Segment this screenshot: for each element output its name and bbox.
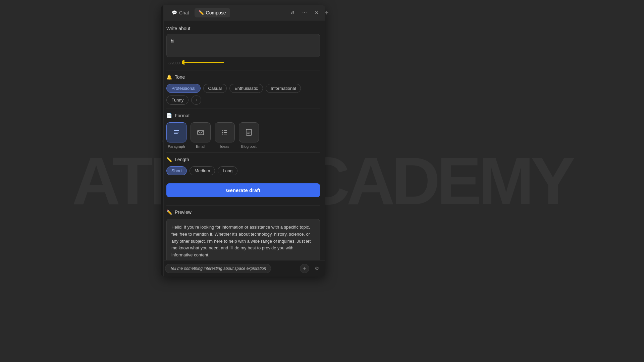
svg-rect-13 [247,131,251,131]
svg-rect-15 [247,133,250,134]
tone-add-button[interactable]: + [191,96,201,105]
preview-text: Hello! If you're looking for information… [171,225,311,257]
preview-icon: ✏️ [166,209,172,215]
length-icon: 📏 [166,157,172,162]
window-controls: ↺ ⋯ ✕ [288,8,321,17]
length-chips: Short Medium Long [166,166,320,175]
bottom-controls: + ⚙ [300,264,321,273]
titlebar: 💬 Chat ✏️ Compose ↺ ⋯ ✕ [161,5,325,20]
tab-chat-label: Chat [179,10,189,15]
format-icon: 📄 [166,113,172,118]
tone-icon: 🔔 [166,74,172,80]
format-email-label: Email [196,144,205,148]
tone-section: 🔔 Tone Professional Casual Enthusiastic … [166,74,320,105]
tone-chips: Professional Casual Enthusiastic Informa… [166,84,320,105]
tab-compose[interactable]: ✏️ Compose [195,8,230,17]
length-section: 📏 Length Short Medium Long [166,157,320,175]
divider-4 [166,205,320,205]
tab-compose-label: Compose [206,10,226,15]
chat-icon: 💬 [172,10,177,15]
format-section: 📄 Format Paragraph [166,113,320,148]
svg-rect-11 [224,134,227,134]
sidebar-handle[interactable]: ‹ [161,5,164,277]
yellow-arrow-annotation [182,59,225,65]
tone-label: Tone [175,74,185,80]
divider-3 [166,153,320,153]
refresh-button[interactable]: ↺ [288,8,297,17]
preview-header: ✏️ Preview [166,209,320,215]
svg-rect-7 [224,130,227,131]
write-about-section: Write about hi 3/2000 [166,26,320,66]
preview-section: ✏️ Preview Hello! If you're looking for … [166,209,320,260]
length-medium[interactable]: Medium [190,166,215,175]
generate-draft-button[interactable]: Generate draft [166,183,320,197]
more-options-button[interactable]: ⋯ [300,8,309,17]
sidebar-collapse-icon: ‹ [162,139,163,143]
svg-point-10 [222,134,223,135]
svg-rect-4 [174,133,178,134]
write-about-input[interactable]: hi [166,34,320,57]
format-header: 📄 Format [166,113,320,118]
divider-2 [166,109,320,109]
length-long[interactable]: Long [218,166,237,175]
format-ideas-label: Ideas [220,144,229,148]
svg-rect-14 [247,132,251,133]
tone-casual[interactable]: Casual [203,84,227,93]
svg-rect-5 [198,130,204,135]
preview-text-box: Hello! If you're looking for information… [166,219,320,260]
char-count: 3/2000 [168,61,180,65]
tab-group: 💬 Chat ✏️ Compose [168,8,230,17]
length-label: Length [175,157,189,162]
suggestion-chip[interactable]: Tell me something interesting about spac… [165,264,271,273]
format-blog-label: Blog post [241,144,257,148]
tone-funny[interactable]: Funny [166,96,189,105]
bottom-bar: Tell me something interesting about spac… [161,260,325,277]
format-label: Format [175,113,190,118]
tone-informational[interactable]: Informational [266,84,301,93]
svg-rect-9 [224,132,227,133]
settings-button[interactable]: ⚙ [312,264,321,273]
tone-header: 🔔 Tone [166,74,320,80]
format-paragraph-icon [166,122,186,142]
svg-point-8 [222,132,223,133]
main-content: Write about hi 3/2000 [161,20,325,260]
add-suggestion-button[interactable]: + [300,264,309,273]
preview-label: Preview [175,209,192,215]
compose-window: ‹ 💬 Chat ✏️ Compose ↺ ⋯ ✕ Write about hi… [161,5,325,277]
format-email[interactable]: Email [191,122,211,148]
length-header: 📏 Length [166,157,320,162]
format-ideas-icon [215,122,235,142]
tone-professional[interactable]: Professional [166,84,201,93]
format-options: Paragraph Email [166,122,320,148]
format-blog-post[interactable]: Blog post [239,122,259,148]
tone-enthusiastic[interactable]: Enthusiastic [229,84,263,93]
format-ideas[interactable]: Ideas [215,122,235,148]
divider-1 [166,70,320,70]
format-email-icon [191,122,211,142]
format-blog-icon [239,122,259,142]
compose-icon: ✏️ [199,10,204,15]
format-paragraph-label: Paragraph [168,144,185,148]
format-paragraph[interactable]: Paragraph [166,122,186,148]
close-button[interactable]: ✕ [312,8,321,17]
svg-rect-3 [174,132,179,132]
tab-chat[interactable]: 💬 Chat [168,8,193,17]
write-about-label: Write about [166,26,320,31]
svg-point-6 [222,130,223,131]
svg-rect-2 [174,130,179,131]
length-short[interactable]: Short [166,166,187,175]
